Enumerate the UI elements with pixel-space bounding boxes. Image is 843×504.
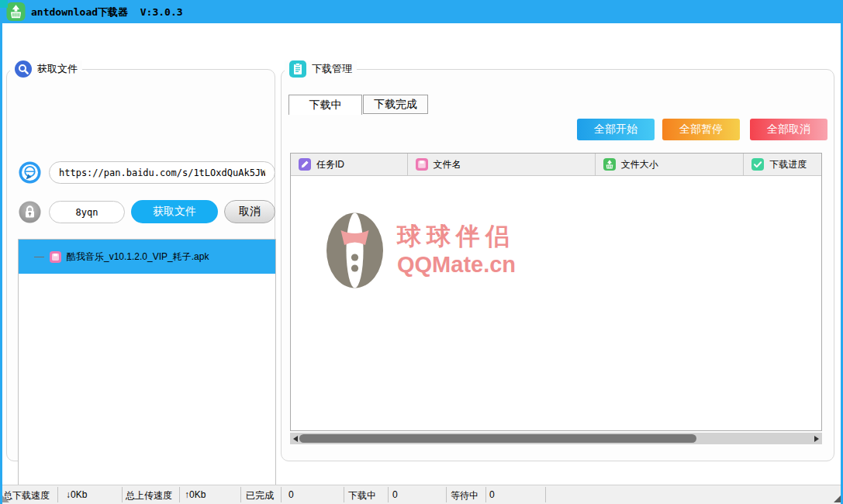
status-separator: [446, 487, 447, 502]
column-header-filesize[interactable]: 文件大小: [596, 154, 744, 175]
size-icon: [603, 158, 616, 171]
column-header-filename[interactable]: 文件名: [408, 154, 596, 175]
download-manager-panel-title: 下载管理: [312, 62, 352, 76]
scroll-left-arrow-icon[interactable]: [293, 436, 298, 442]
globe-icon: [19, 161, 41, 184]
file-icon: [50, 251, 61, 263]
status-completed-label: 已完成: [246, 489, 274, 502]
title-bar[interactable]: antdownload下载器 V:3.0.3: [0, 0, 843, 23]
status-separator: [57, 487, 58, 502]
window-title: antdownload下载器 V:3.0.3: [31, 5, 183, 19]
status-downloading-label: 下载中: [348, 489, 376, 502]
tree-branch-line: [34, 257, 44, 257]
scrollbar-thumb[interactable]: [299, 434, 696, 443]
status-download-speed-value: ↓0Kb: [66, 489, 87, 500]
status-separator: [240, 487, 241, 502]
resize-grip-right[interactable]: [834, 495, 841, 502]
status-separator: [122, 487, 123, 502]
column-header-progress[interactable]: 下载进度: [744, 154, 821, 175]
status-upload-speed-value: ↑0Kb: [185, 489, 206, 500]
status-separator: [179, 487, 180, 502]
tab-downloading[interactable]: 下载中: [288, 95, 362, 115]
start-all-button[interactable]: 全部开始: [577, 119, 655, 140]
status-bar: 总下载速度 ↓0Kb 总上传速度 ↑0Kb 已完成 0 下载中 0 等待中 0: [0, 485, 843, 504]
task-table-header: 任务ID 文件名 文件大小: [291, 154, 821, 176]
pencil-icon: [299, 158, 311, 171]
column-header-task-id[interactable]: 任务ID: [291, 154, 408, 175]
fetch-files-panel-header: 获取文件: [10, 60, 82, 78]
column-label-filesize: 文件大小: [621, 158, 658, 171]
column-label-progress: 下载进度: [769, 158, 807, 171]
file-tree-item-label: 酷我音乐_v10.1.2.0_VIP_耗子.apk: [67, 250, 209, 264]
clipboard-icon: [289, 60, 306, 78]
tab-completed[interactable]: 下载完成: [363, 95, 428, 114]
file-tree-list[interactable]: 酷我音乐_v10.1.2.0_VIP_耗子.apk: [18, 239, 276, 504]
scroll-right-arrow-icon[interactable]: [814, 436, 819, 442]
fetch-files-panel: 获取文件: [6, 69, 275, 461]
status-separator: [545, 487, 546, 502]
search-icon: [15, 60, 32, 78]
fetch-files-panel-title: 获取文件: [37, 62, 78, 76]
status-waiting-value: 0: [489, 489, 495, 500]
horizontal-scrollbar[interactable]: [290, 433, 822, 444]
app-window: antdownload下载器 V:3.0.3 获取文件: [0, 0, 843, 504]
status-completed-value: 0: [288, 489, 294, 500]
lock-icon: [19, 201, 41, 223]
file-icon: [416, 158, 428, 171]
check-icon: [751, 158, 764, 171]
resize-grip-left[interactable]: [2, 495, 9, 502]
status-downloading-value: 0: [392, 489, 398, 500]
fetch-files-button[interactable]: 获取文件: [131, 200, 218, 223]
status-download-speed-label: 总下载速度: [3, 489, 50, 502]
app-logo-icon: [6, 2, 26, 21]
corner-accent: [0, 0, 8, 8]
window-border-left: [0, 0, 2, 504]
share-url-input[interactable]: [49, 161, 275, 184]
download-manager-panel-header: 下载管理: [285, 60, 357, 78]
status-separator: [485, 487, 486, 502]
pause-all-button[interactable]: 全部暂停: [662, 119, 740, 140]
column-label-task-id: 任务ID: [316, 158, 344, 171]
status-separator: [344, 487, 344, 502]
status-upload-speed-label: 总上传速度: [126, 489, 172, 502]
task-table: 任务ID 文件名 文件大小: [290, 153, 822, 431]
status-separator: [388, 487, 389, 502]
cancel-all-button[interactable]: 全部取消: [750, 119, 827, 140]
cancel-button[interactable]: 取消: [224, 200, 275, 223]
status-waiting-label: 等待中: [451, 489, 479, 502]
file-tree-item[interactable]: 酷我音乐_v10.1.2.0_VIP_耗子.apk: [19, 240, 275, 274]
column-label-filename: 文件名: [434, 158, 461, 171]
extraction-code-input[interactable]: [49, 201, 125, 223]
status-separator: [281, 487, 282, 502]
